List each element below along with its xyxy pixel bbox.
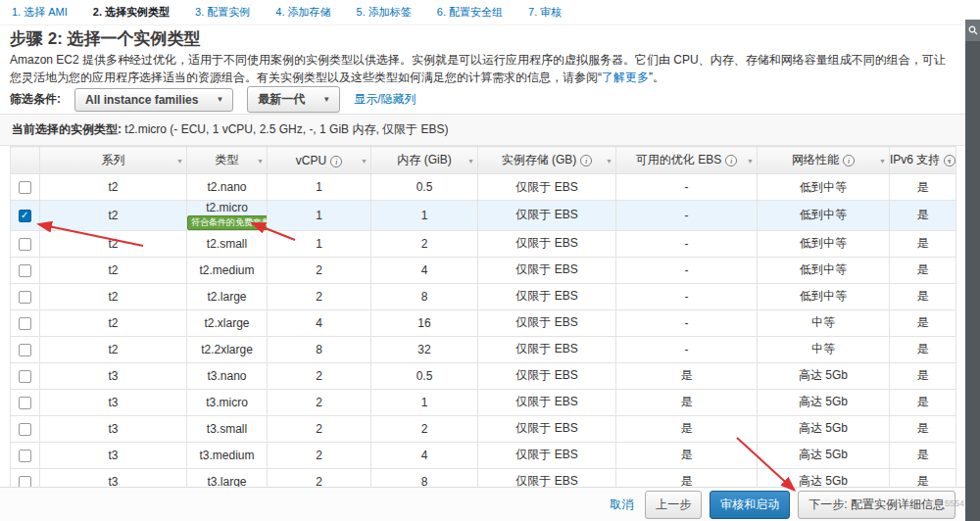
table-header-row: 系列▼类型▼vCPUi▼内存 (GiB)▼实例存储 (GB)i▼可用的优化 EB… [11, 147, 956, 174]
instance-row-t3.micro[interactable]: t3t3.micro21仅限于 EBS是高达 5Gb是 [11, 389, 956, 415]
row-checkbox[interactable] [19, 317, 31, 330]
cell-ipv6: 是 [890, 336, 956, 362]
sort-caret-icon[interactable]: ▼ [361, 157, 368, 164]
sort-caret-icon[interactable]: ▼ [946, 157, 953, 164]
info-icon[interactable]: i [330, 156, 342, 167]
wizard-step-4[interactable]: 4. 添加存储 [275, 5, 330, 20]
row-checkbox[interactable] [19, 210, 31, 222]
cell-type: t3.small [187, 415, 268, 442]
cell-checkbox [11, 389, 40, 415]
generation-dropdown[interactable]: 最新一代 ▼ [247, 86, 340, 113]
cell-ebs-optimized: 是 [616, 389, 758, 415]
cell-ipv6: 是 [890, 389, 956, 415]
wizard-step-2[interactable]: 2. 选择实例类型 [93, 5, 170, 20]
column-header-7[interactable]: IPv6 支持i▼ [890, 147, 956, 174]
instance-row-t3.small[interactable]: t3t3.small22仅限于 EBS是高达 5Gb是 [11, 415, 956, 442]
cell-checkbox [11, 283, 40, 309]
row-checkbox[interactable] [19, 291, 31, 304]
info-icon[interactable]: i [580, 155, 592, 166]
cell-ebs-optimized: - [616, 201, 758, 231]
cell-family: t3 [40, 442, 187, 468]
row-checkbox[interactable] [19, 344, 31, 356]
instance-row-t3.nano[interactable]: t3t3.nano20.5仅限于 EBS是高达 5Gb是 [11, 362, 956, 389]
cell-family: t3 [40, 415, 187, 442]
show-hide-columns-link[interactable]: 显示/隐藏列 [354, 91, 416, 108]
cell-ebs-optimized: - [616, 257, 758, 283]
instance-row-t2.2xlarge[interactable]: t2t2.2xlarge832仅限于 EBS-中等是 [11, 336, 956, 362]
watermark-text: 5554 [945, 498, 964, 508]
wizard-step-5[interactable]: 5. 添加标签 [357, 5, 412, 20]
column-label: 系列 [102, 153, 125, 166]
instance-family-dropdown[interactable]: All instance families ▼ [74, 88, 233, 112]
column-header-3[interactable]: 内存 (GiB)▼ [371, 147, 478, 174]
wizard-step-1[interactable]: 1. 选择 AMI [12, 5, 68, 20]
column-header-5[interactable]: 可用的优化 EBSi▼ [616, 147, 758, 174]
cell-vcpu: 1 [268, 174, 371, 201]
cell-ebs-optimized: 是 [616, 362, 758, 389]
instance-row-t2.xlarge[interactable]: t2t2.xlarge416仅限于 EBS-中等是 [11, 309, 956, 336]
instance-row-t2.nano[interactable]: t2t2.nano10.5仅限于 EBS-低到中等是 [11, 174, 956, 201]
row-checkbox[interactable] [19, 450, 31, 462]
instance-row-t3.large[interactable]: t3t3.large28仅限于 EBS是高达 5Gb是 [11, 468, 956, 487]
wizard-step-6[interactable]: 6. 配置安全组 [437, 5, 503, 20]
chevron-down-icon: ▼ [322, 95, 330, 104]
cell-storage: 仅限于 EBS [478, 415, 616, 442]
row-checkbox[interactable] [19, 397, 31, 409]
sort-caret-icon[interactable]: ▼ [879, 157, 886, 164]
cell-vcpu: 2 [268, 389, 371, 415]
instance-row-t2.medium[interactable]: t2t2.medium24仅限于 EBS-低到中等是 [11, 257, 956, 283]
cell-network: 低到中等 [758, 174, 890, 201]
instance-row-t2.large[interactable]: t2t2.large28仅限于 EBS-低到中等是 [11, 283, 956, 309]
cell-storage: 仅限于 EBS [478, 230, 616, 257]
row-checkbox[interactable] [19, 238, 31, 251]
cell-type: t3.large [187, 468, 268, 487]
learn-more-link[interactable]: 了解更多 [602, 71, 649, 84]
review-launch-button[interactable]: 审核和启动 [710, 491, 790, 519]
cell-memory: 8 [371, 283, 478, 309]
cell-vcpu: 2 [268, 415, 371, 442]
cell-ipv6: 是 [890, 174, 956, 201]
cell-family: t2 [40, 257, 187, 283]
instance-type-label: t3.medium [187, 449, 267, 462]
column-header-6[interactable]: 网络性能i▼ [758, 147, 890, 174]
info-icon[interactable]: i [725, 155, 737, 166]
column-header-2[interactable]: vCPUi▼ [268, 147, 371, 174]
description-text: Amazon EC2 提供多种经过优化，适用于不同使用案例的实例类型以供选择。实… [10, 53, 946, 84]
row-checkbox[interactable] [19, 264, 31, 277]
sort-caret-icon[interactable]: ▼ [257, 157, 264, 164]
row-checkbox[interactable] [19, 476, 31, 487]
column-header-4[interactable]: 实例存储 (GB)i▼ [478, 147, 616, 174]
sort-caret-icon[interactable]: ▼ [467, 157, 474, 164]
cell-type: t2.medium [187, 257, 268, 283]
row-checkbox[interactable] [19, 181, 31, 194]
sort-caret-icon[interactable]: ▼ [606, 157, 612, 164]
row-checkbox[interactable] [19, 370, 31, 383]
search-icon[interactable] [965, 20, 980, 41]
previous-button[interactable]: 上一步 [645, 491, 702, 519]
cell-family: t2 [40, 309, 187, 336]
cell-family: t3 [40, 389, 187, 415]
cell-memory: 4 [371, 257, 478, 283]
cell-memory: 4 [371, 442, 478, 468]
instance-row-t2.micro[interactable]: t2t2.micro符合条件的免费套餐11仅限于 EBS-低到中等是 [11, 201, 956, 231]
cell-checkbox [11, 336, 40, 362]
row-checkbox[interactable] [19, 423, 31, 436]
wizard-step-3[interactable]: 3. 配置实例 [195, 5, 250, 20]
cell-family: t2 [40, 336, 187, 362]
cell-family: t2 [40, 230, 187, 257]
cancel-link[interactable]: 取消 [610, 497, 633, 513]
info-icon[interactable]: i [843, 155, 855, 166]
cell-vcpu: 2 [268, 362, 371, 389]
column-header-1[interactable]: 类型▼ [187, 147, 268, 174]
sort-caret-icon[interactable]: ▼ [176, 157, 183, 164]
cell-network: 高达 5Gb [758, 468, 890, 487]
cell-vcpu: 8 [268, 336, 371, 362]
column-header-0[interactable]: 系列▼ [40, 147, 187, 174]
instance-row-t3.medium[interactable]: t3t3.medium24仅限于 EBS是高达 5Gb是 [11, 442, 956, 468]
column-label: 可用的优化 EBS [636, 153, 721, 166]
sort-caret-icon[interactable]: ▼ [747, 157, 754, 164]
next-configure-details-button[interactable]: 下一步: 配置实例详细信息 [798, 491, 956, 519]
instance-row-t2.small[interactable]: t2t2.small12仅限于 EBS-低到中等是 [11, 230, 956, 257]
wizard-step-7[interactable]: 7. 审核 [528, 5, 562, 20]
instance-type-label: t2.large [187, 290, 267, 304]
